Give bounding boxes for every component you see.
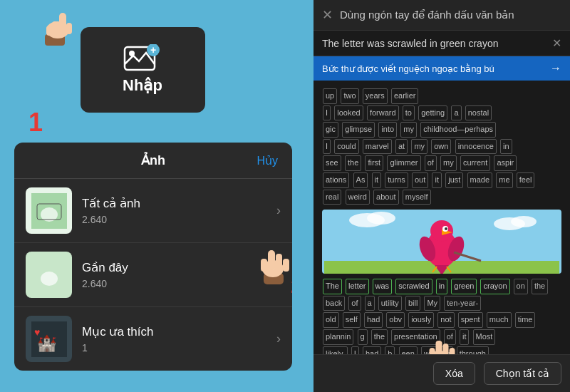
word[interactable]: innocence xyxy=(455,139,497,155)
word[interactable]: Most xyxy=(473,329,496,345)
close-button[interactable]: ✕ xyxy=(322,7,333,23)
favorites-item[interactable]: 🏰 ♥ Mục ưa thích 1 › xyxy=(14,307,292,371)
word[interactable]: feel xyxy=(517,172,535,188)
highlighted-word-crayon[interactable]: crayon xyxy=(480,279,509,294)
import-button[interactable]: + Nhập xyxy=(81,27,205,113)
word[interactable]: I xyxy=(351,346,359,354)
word[interactable]: own xyxy=(431,139,451,155)
word[interactable]: me xyxy=(496,172,512,188)
delete-button[interactable]: Xóa xyxy=(433,362,475,385)
word[interactable]: spent xyxy=(458,312,483,328)
word[interactable]: glimmer xyxy=(387,155,420,171)
clear-search-button[interactable]: ✕ xyxy=(552,36,561,50)
word[interactable]: earlier xyxy=(391,88,419,104)
word[interactable]: aspir xyxy=(494,155,517,171)
word[interactable]: likely, xyxy=(323,346,348,354)
word[interactable]: my xyxy=(411,139,428,155)
word[interactable]: turns xyxy=(385,172,408,188)
suggestion-bar[interactable]: Bức thư được viết nguệch ngoạc bằng bú → xyxy=(314,56,570,81)
word[interactable]: my xyxy=(400,122,417,138)
word[interactable]: As xyxy=(353,172,368,188)
word[interactable]: it xyxy=(432,172,442,188)
word[interactable]: in xyxy=(500,139,512,155)
word[interactable]: first xyxy=(365,155,383,171)
word[interactable]: my xyxy=(440,155,457,171)
word[interactable]: not xyxy=(437,312,454,328)
word[interactable]: of xyxy=(348,296,361,311)
word[interactable]: to xyxy=(403,105,415,121)
import-icon: + xyxy=(123,44,162,76)
word[interactable]: into xyxy=(378,122,397,138)
svg-rect-45 xyxy=(430,348,435,354)
word[interactable]: see xyxy=(323,155,341,171)
word[interactable]: I xyxy=(323,139,331,155)
word[interactable]: looked xyxy=(334,105,363,121)
word[interactable]: self xyxy=(343,312,361,328)
word[interactable]: made xyxy=(467,172,493,188)
word[interactable]: about xyxy=(373,190,399,205)
word[interactable]: een xyxy=(399,346,418,354)
word[interactable]: two xyxy=(341,88,358,104)
svg-rect-3 xyxy=(52,21,58,34)
word[interactable]: ations xyxy=(323,172,349,188)
highlighted-word-scrawled[interactable]: scrawled xyxy=(395,279,432,294)
recent-photos-info: Gần đây 2.640 xyxy=(82,260,276,289)
word[interactable]: real xyxy=(323,190,341,205)
highlighted-word-was[interactable]: was xyxy=(373,279,393,294)
word[interactable]: myself xyxy=(403,190,431,205)
word[interactable]: ten-year- xyxy=(444,296,481,311)
word[interactable]: of xyxy=(425,155,437,171)
word[interactable]: could xyxy=(334,139,358,155)
word[interactable]: the xyxy=(345,155,361,171)
word[interactable]: much xyxy=(487,312,512,328)
word[interactable]: obv xyxy=(386,312,405,328)
svg-rect-46 xyxy=(450,348,455,354)
word[interactable]: getting xyxy=(418,105,447,121)
word[interactable]: old xyxy=(323,312,339,328)
word[interactable]: weird xyxy=(346,190,370,205)
word[interactable]: bill xyxy=(405,296,420,311)
word[interactable]: had xyxy=(364,312,383,328)
word[interactable]: utility xyxy=(378,296,402,311)
word[interactable]: I xyxy=(323,105,331,121)
cancel-button[interactable]: Hủy xyxy=(256,154,278,167)
word[interactable]: marvel xyxy=(363,139,392,155)
word[interactable]: out xyxy=(412,172,428,188)
word[interactable]: My xyxy=(424,296,440,311)
favorites-thumb: 🏰 ♥ xyxy=(26,316,72,362)
word[interactable]: years xyxy=(363,88,388,104)
word[interactable]: a xyxy=(451,105,461,121)
word[interactable]: at xyxy=(395,139,408,155)
all-photos-item[interactable]: Tất cả ảnh 2.640 › 2 xyxy=(14,179,292,243)
word[interactable]: just xyxy=(445,172,463,188)
word[interactable]: back xyxy=(323,296,345,311)
word[interactable]: time xyxy=(515,312,536,328)
word[interactable]: plannin xyxy=(323,329,353,345)
word[interactable]: the xyxy=(371,329,388,345)
word[interactable]: iously xyxy=(408,312,434,328)
search-input[interactable] xyxy=(322,38,552,49)
word[interactable]: b xyxy=(385,346,395,354)
highlighted-word-letter[interactable]: letter xyxy=(346,279,368,294)
highlighted-word-green[interactable]: green xyxy=(451,279,477,294)
word[interactable]: gic xyxy=(323,122,338,138)
word[interactable]: the xyxy=(532,279,548,294)
word[interactable]: glimpse xyxy=(342,122,375,138)
highlighted-word-in[interactable]: in xyxy=(436,279,448,294)
word[interactable]: up xyxy=(323,88,337,104)
word[interactable]: g xyxy=(358,329,368,345)
word[interactable]: childhood—perhaps xyxy=(420,122,496,138)
highlighted-word-the[interactable]: The xyxy=(323,279,342,294)
select-all-button[interactable]: Chọn tất cả xyxy=(484,362,561,385)
word[interactable]: it xyxy=(372,172,382,188)
word[interactable]: forward xyxy=(367,105,399,121)
word[interactable]: nostal xyxy=(465,105,492,121)
hand-tap-icon xyxy=(253,243,292,289)
suggestion-arrow-icon: → xyxy=(550,62,561,75)
word[interactable]: on xyxy=(514,279,528,294)
svg-text:♥: ♥ xyxy=(34,326,40,338)
recent-photos-item[interactable]: Gần đây 2.640 › xyxy=(14,243,292,307)
word[interactable]: a xyxy=(365,296,375,311)
word[interactable]: had xyxy=(363,346,381,354)
word[interactable]: current xyxy=(460,155,490,171)
